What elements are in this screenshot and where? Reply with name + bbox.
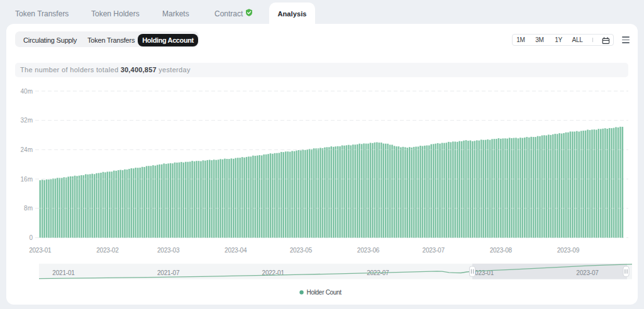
svg-text:24m: 24m	[21, 146, 33, 153]
svg-text:2023-08: 2023-08	[490, 247, 513, 254]
svg-text:0: 0	[29, 234, 33, 241]
svg-text:2023-02: 2023-02	[96, 247, 119, 254]
svg-text:8m: 8m	[24, 205, 33, 212]
svg-text:2023-09: 2023-09	[557, 247, 580, 254]
svg-text:2023-06: 2023-06	[357, 247, 380, 254]
svg-text:2021-07: 2021-07	[157, 269, 180, 276]
svg-text:2023-03: 2023-03	[157, 247, 180, 254]
svg-text:32m: 32m	[21, 117, 33, 124]
svg-text:40m: 40m	[21, 88, 33, 95]
svg-text:Holder Count: Holder Count	[307, 289, 342, 296]
svg-text:2023-07: 2023-07	[576, 269, 599, 276]
svg-text:2023-01: 2023-01	[29, 247, 52, 254]
svg-text:2023-04: 2023-04	[225, 247, 247, 254]
svg-text:16m: 16m	[21, 176, 33, 183]
svg-text:2023-07: 2023-07	[423, 247, 445, 254]
svg-text:2021-01: 2021-01	[52, 269, 75, 276]
svg-text:2023-05: 2023-05	[290, 247, 313, 254]
